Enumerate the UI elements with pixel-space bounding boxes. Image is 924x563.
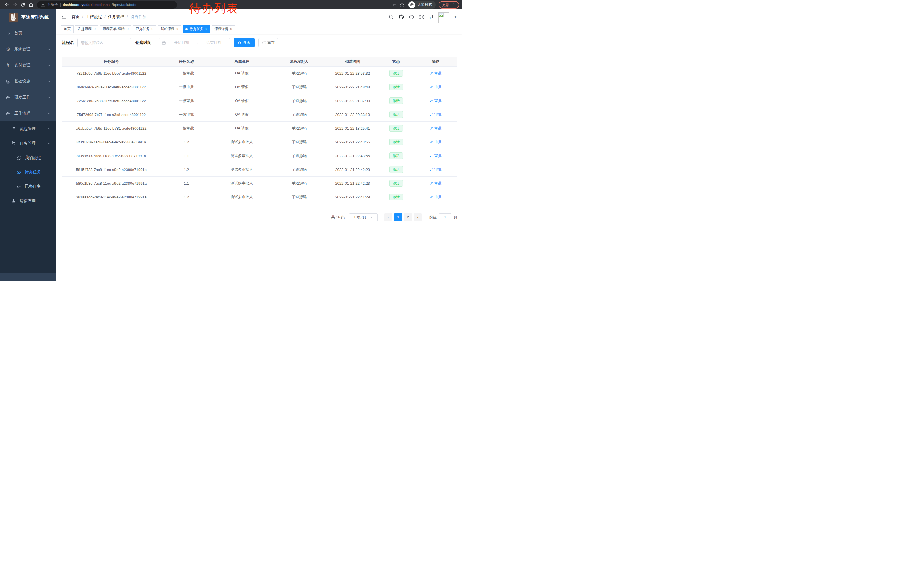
tree-list-icon <box>11 126 16 131</box>
page-size-select[interactable]: 10条/页 <box>349 213 378 221</box>
breadcrumb-workflow[interactable]: 工作流程 <box>86 14 102 20</box>
browser-back-icon[interactable] <box>3 1 11 9</box>
table-row: 75d72608-7b7f-11ec-a3c8-acde48001122 一级审… <box>62 108 458 122</box>
sidebar-item-process-management[interactable]: 流程管理 <box>0 122 56 136</box>
monitor-icon <box>6 79 10 84</box>
security-label[interactable]: 不安全 <box>47 2 58 7</box>
sidebar-item-todo-tasks[interactable]: 待办任务 <box>0 165 56 179</box>
prev-page-button[interactable]: ‹ <box>384 213 393 221</box>
incognito-badge: 无痕模式 <box>408 1 436 9</box>
url-host: dashboard.yudao.iocoder.cn <box>63 3 110 7</box>
total-count: 共 16 条 <box>331 215 345 220</box>
incognito-icon <box>408 2 416 8</box>
approve-link[interactable]: 审批 <box>430 140 442 145</box>
col-task-id: 任务编号 <box>62 57 161 66</box>
next-page-button[interactable]: › <box>414 213 422 221</box>
close-icon[interactable]: × <box>176 27 178 31</box>
edit-pencil-icon <box>430 182 433 185</box>
bookmark-star-icon[interactable] <box>398 1 406 9</box>
sidebar-item-dev-tools[interactable]: 研发工具 <box>0 89 56 105</box>
sidebar-item-leave-query[interactable]: 请假查询 <box>0 194 56 208</box>
pagination: 共 16 条 10条/页 ‹ 1 2 › 前往 页 <box>62 213 458 221</box>
tab-start-process[interactable]: 发起流程 × <box>75 26 99 33</box>
approve-link[interactable]: 审批 <box>430 112 442 117</box>
approve-link[interactable]: 审批 <box>430 181 442 186</box>
table-row: 580e1b3d-7ac8-11ec-a9e2-a2380e71991a 1.1… <box>62 176 458 190</box>
process-name-input[interactable] <box>77 38 131 47</box>
edit-pencil-icon <box>430 113 433 116</box>
close-icon[interactable]: × <box>230 27 232 31</box>
table-row: 8f0d1619-7ac8-11ec-a9e2-a2380e71991a 1.2… <box>62 135 458 149</box>
sidebar-item-payment[interactable]: ¥ 支付管理 <box>0 57 56 73</box>
active-dot <box>186 28 188 30</box>
approve-link[interactable]: 审批 <box>430 153 442 158</box>
main-area: 首页 / 工作流程 / 任务管理 / 待办任务 <box>56 9 462 281</box>
address-bar[interactable]: 不安全 dashboard.yudao.iocoder.cn/bpm/task/… <box>37 1 177 9</box>
sidebar-item-home[interactable]: 首页 <box>0 25 56 41</box>
avatar[interactable] <box>438 12 449 24</box>
task-table: 任务编号 任务名称 所属流程 流程发起人 创建时间 状态 操作 73211d9d… <box>62 57 458 204</box>
help-question-icon[interactable] <box>408 14 415 20</box>
menu-fold-icon[interactable] <box>61 14 67 20</box>
tab-home[interactable]: 首页 <box>61 26 74 33</box>
app-logo-row: 芋道管理系统 <box>0 9 56 25</box>
font-size-icon[interactable]: TT <box>429 14 434 20</box>
edit-pencil-icon <box>430 168 433 171</box>
goto-page-input[interactable] <box>439 213 452 221</box>
calendar-icon <box>162 41 166 45</box>
page-button-2[interactable]: 2 <box>404 213 412 221</box>
browser-reload-icon[interactable] <box>19 1 27 9</box>
sidebar-item-label: 系统管理 <box>14 47 30 52</box>
browser-menu-icon[interactable]: ⋮ <box>452 3 456 7</box>
sidebar-item-task-management[interactable]: 任务管理 <box>0 136 56 151</box>
browser-home-icon[interactable] <box>27 1 35 9</box>
status-badge: 激活 <box>389 111 403 118</box>
date-range-picker[interactable]: 开始日期 - 结束日期 <box>159 38 230 47</box>
tab-process-detail[interactable]: 流程详情 × <box>212 26 235 33</box>
end-date-placeholder[interactable]: 结束日期 <box>201 40 227 45</box>
browser-forward-icon[interactable] <box>11 1 19 9</box>
update-label: 更新 <box>442 2 449 8</box>
sidebar-item-system[interactable]: ⚙ 系统管理 <box>0 41 56 57</box>
search-icon[interactable] <box>388 14 394 20</box>
flow-icon <box>11 141 16 146</box>
chevron-down-icon <box>48 96 51 99</box>
reset-button[interactable]: 重置 <box>258 38 278 47</box>
approve-link[interactable]: 审批 <box>430 84 442 90</box>
approve-link[interactable]: 审批 <box>430 98 442 104</box>
table-row: 725a1eb6-7b88-11ec-8ef0-acde48001122 一级审… <box>62 94 458 108</box>
tab-process-form-edit[interactable]: 流程表单-编辑 × <box>100 26 131 33</box>
status-badge: 激活 <box>389 70 403 77</box>
search-button[interactable]: 搜索 <box>234 38 255 47</box>
approve-link[interactable]: 审批 <box>430 71 442 76</box>
col-task-name: 任务名称 <box>161 57 212 66</box>
sidebar-item-label: 基础设施 <box>14 79 30 84</box>
tab-todo-tasks[interactable]: 待办任务 × <box>183 26 210 33</box>
password-key-icon[interactable] <box>391 1 398 9</box>
approve-link[interactable]: 审批 <box>430 167 442 172</box>
github-icon[interactable] <box>398 14 405 20</box>
browser-update-button[interactable]: 更新 ⋮ <box>438 1 459 9</box>
tab-my-process[interactable]: 我的流程 × <box>158 26 181 33</box>
close-icon[interactable]: × <box>126 27 129 31</box>
edit-pencil-icon <box>430 72 433 75</box>
approve-link[interactable]: 审批 <box>430 126 442 131</box>
eye-closed-icon <box>16 184 21 189</box>
start-date-placeholder[interactable]: 开始日期 <box>168 40 195 45</box>
approve-link[interactable]: 审批 <box>430 194 442 200</box>
sidebar-item-workflow[interactable]: 工作流程 <box>0 105 56 122</box>
close-icon[interactable]: × <box>94 27 96 31</box>
app-navbar: 首页 / 工作流程 / 任务管理 / 待办任务 <box>56 9 462 24</box>
close-icon[interactable]: × <box>205 27 207 31</box>
fullscreen-icon[interactable] <box>419 14 425 20</box>
close-icon[interactable]: × <box>152 27 153 31</box>
page-button-1[interactable]: 1 <box>394 213 402 221</box>
tab-done-tasks[interactable]: 已办任务 × <box>133 26 156 33</box>
sidebar-item-infrastructure[interactable]: 基础设施 <box>0 73 56 89</box>
breadcrumb-home[interactable]: 首页 <box>72 14 80 20</box>
sidebar-item-my-process[interactable]: 我的流程 <box>0 151 56 165</box>
tags-view-bar: 首页 发起流程 × 流程表单-编辑 × 已办任务 × 我的流程 × 待办任务 × <box>56 24 462 34</box>
sidebar-item-done-tasks[interactable]: 已办任务 <box>0 179 56 194</box>
avatar-caret-icon[interactable]: ▼ <box>454 15 457 19</box>
breadcrumb-task-management[interactable]: 任务管理 <box>108 14 124 20</box>
